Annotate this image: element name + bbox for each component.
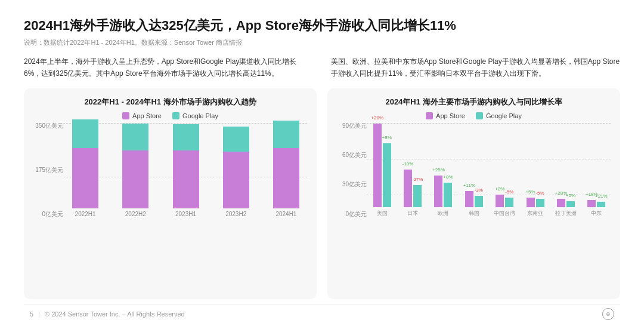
bar-group: 2023H1 xyxy=(165,115,206,217)
bar-pair: +5%-5% xyxy=(527,198,544,207)
googleplay-bar: +8% xyxy=(444,183,452,207)
y-axis-1: 350亿美元 175亿美元 0亿美元 xyxy=(33,123,63,217)
chart-left: 2022年H1 - 2024年H1 海外市场手游内购收入趋势 App Store… xyxy=(24,88,317,299)
appstore-bar: -10% xyxy=(404,170,412,207)
bar-pair: +18%+21% xyxy=(587,200,605,207)
appstore-segment xyxy=(173,150,199,208)
charts-row: 2022年H1 - 2024年H1 海外市场手游内购收入趋势 App Store… xyxy=(24,88,620,299)
googleplay-pct: +8% xyxy=(439,174,457,180)
appstore2-legend-dot xyxy=(426,112,433,119)
googleplay-pct: -3% xyxy=(470,187,488,193)
bar-label2: 美国 xyxy=(377,210,388,217)
bar-group2: +25%+8%欧洲 xyxy=(429,176,457,217)
appstore-segment xyxy=(72,148,98,208)
page-container: 2024H1海外手游收入达325亿美元，App Store海外手游收入同比增长1… xyxy=(0,0,644,323)
appstore-bar: +5% xyxy=(527,198,535,207)
googleplay-segment xyxy=(173,124,199,150)
googleplay-bar: -5% xyxy=(505,198,513,207)
chart1-title: 2022年H1 - 2024年H1 海外市场手游内购收入趋势 xyxy=(33,97,307,107)
page-number: 5 xyxy=(30,310,33,318)
y-label-bot: 0亿美元 xyxy=(42,211,63,217)
y-axis-2: 90亿美元 60亿美元 30亿美元 0亿美元 xyxy=(337,123,367,217)
appstore-pct: -10% xyxy=(399,161,417,167)
appstore-pct: +25% xyxy=(429,167,447,173)
googleplay-bar: +21% xyxy=(597,202,605,207)
bar-stack xyxy=(122,115,148,208)
bar-group2: +2%-5%中国台湾 xyxy=(491,195,519,217)
y2-label-2: 60亿美元 xyxy=(342,152,367,158)
bar-stack xyxy=(173,115,199,208)
bar-stack xyxy=(273,115,299,208)
bar-group: 2022H2 xyxy=(114,115,156,217)
googleplay-pct: -5% xyxy=(531,190,549,196)
chart1-area: 350亿美元 175亿美元 0亿美元 2022H12022H22023H1202… xyxy=(33,123,307,293)
appstore-bar: +25% xyxy=(434,176,442,207)
bar-group: 2024H1 xyxy=(265,115,307,217)
googleplay-pct: +8% xyxy=(378,135,396,140)
bar-label2: 日本 xyxy=(407,210,418,217)
googleplay-bar: -27% xyxy=(413,185,422,207)
main-title: 2024H1海外手游收入达325亿美元，App Store海外手游收入同比增长1… xyxy=(24,17,620,35)
y2-label-bot: 0亿美元 xyxy=(345,211,367,217)
grouped-bar-chart: 90亿美元 60亿美元 30亿美元 0亿美元 +20%+8%美国-10%-27%… xyxy=(337,123,611,230)
googleplay-pct: +21% xyxy=(592,193,610,199)
footer: 5 | © 2024 Sensor Tower Inc. – All Right… xyxy=(24,304,620,323)
subtitle: 说明：数据统计2022年H1 - 2024年H1。数据来源：Sensor Tow… xyxy=(24,38,620,47)
chart2-area: 90亿美元 60亿美元 30亿美元 0亿美元 +20%+8%美国-10%-27%… xyxy=(337,123,611,293)
googleplay2-legend-label: Google Play xyxy=(486,112,522,119)
googleplay-bar: +5% xyxy=(566,201,575,207)
bar-pair: -10%-27% xyxy=(404,170,422,207)
bar-pair: +20%+8% xyxy=(373,124,391,207)
googleplay-pct: -5% xyxy=(500,189,518,195)
appstore-pct: +20% xyxy=(369,115,386,121)
bar-chart: 350亿美元 175亿美元 0亿美元 2022H12022H22023H1202… xyxy=(33,123,307,230)
appstore-bar: +18% xyxy=(587,200,596,207)
y-label-mid: 175亿美元 xyxy=(35,167,63,173)
googleplay-bar: +8% xyxy=(383,143,391,207)
text-left: 2024年上半年，海外手游收入呈上升态势，App Store和Google Pl… xyxy=(24,56,313,80)
googleplay2-legend-dot xyxy=(476,112,483,119)
text-row: 2024年上半年，海外手游收入呈上升态势，App Store和Google Pl… xyxy=(24,56,620,80)
googleplay-bar: -5% xyxy=(536,199,544,207)
bar-group2: -10%-27%日本 xyxy=(398,170,426,217)
googleplay-pct: +5% xyxy=(562,193,580,198)
appstore-bar: +28% xyxy=(557,199,565,207)
appstore-bar: +2% xyxy=(496,195,504,207)
bar-label2: 欧洲 xyxy=(438,210,448,217)
bar-label2: 中国台湾 xyxy=(494,210,515,217)
gridline2-top xyxy=(367,123,611,124)
appstore-segment xyxy=(223,152,249,208)
legend2-googleplay: Google Play xyxy=(476,112,522,119)
googleplay-segment xyxy=(273,121,299,148)
chart2-title: 2024年H1 海外主要市场手游内购收入与同比增长率 xyxy=(337,97,611,107)
bar-label2: 拉丁美洲 xyxy=(555,210,577,217)
y2-label-3: 30亿美元 xyxy=(342,182,367,187)
googleplay-bar: -3% xyxy=(475,196,483,207)
bar-xlabel: 2022H2 xyxy=(125,211,146,217)
bar-group2: +28%+5%拉丁美洲 xyxy=(552,199,580,217)
y2-label-top: 90亿美元 xyxy=(342,123,367,129)
bar-stack xyxy=(223,115,249,208)
sensor-tower-logo: ⊕ xyxy=(602,308,614,320)
legend2-appstore: App Store xyxy=(426,112,465,119)
googleplay-segment xyxy=(223,127,249,152)
googleplay-pct: -27% xyxy=(408,177,426,182)
bar-group2: +20%+8%美国 xyxy=(368,124,396,217)
appstore-bar: +11% xyxy=(465,191,473,207)
gridline2-2 xyxy=(367,159,611,159)
bar-label2: 中东 xyxy=(591,210,602,217)
bar-pair: +2%-5% xyxy=(496,195,513,207)
bar-pair: +25%+8% xyxy=(434,176,452,207)
appstore-segment xyxy=(273,148,299,208)
bar-group: 2023H2 xyxy=(215,115,257,217)
bar-xlabel: 2022H1 xyxy=(75,211,96,217)
bar-xlabel: 2024H1 xyxy=(275,211,296,217)
bar-pair: +28%+5% xyxy=(557,199,575,207)
copyright: © 2024 Sensor Tower Inc. – All Rights Re… xyxy=(45,310,185,318)
bar-pair: +11%-3% xyxy=(465,191,483,207)
bar-xlabel: 2023H2 xyxy=(225,211,246,217)
bar-group2: +11%-3%韩国 xyxy=(460,191,488,217)
text-right: 美国、欧洲、拉美和中东市场App Store和Google Play手游收入均显… xyxy=(331,56,620,80)
chart-right: 2024年H1 海外主要市场手游内购收入与同比增长率 App Store Goo… xyxy=(327,88,620,299)
appstore-segment xyxy=(122,150,148,208)
